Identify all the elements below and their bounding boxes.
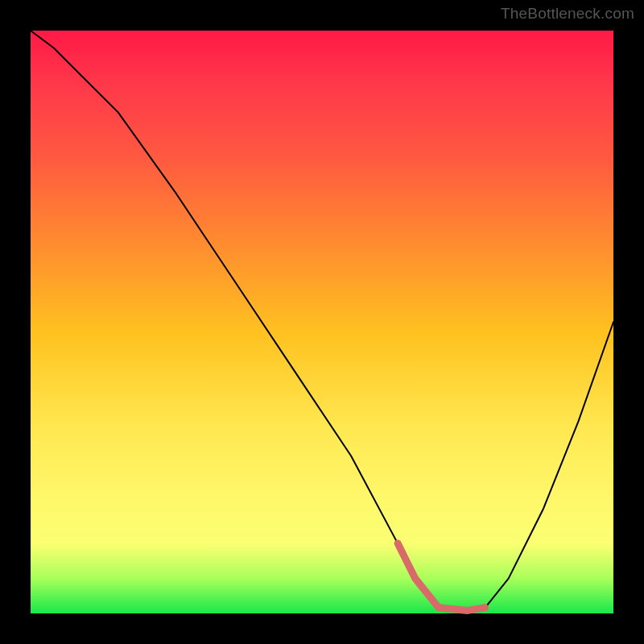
highlight-segment <box>398 543 485 610</box>
main-curve <box>31 31 613 610</box>
watermark-text: TheBottleneck.com <box>501 5 634 23</box>
curve-svg <box>31 31 613 613</box>
chart-frame: TheBottleneck.com <box>0 0 644 644</box>
plot-area <box>31 31 613 613</box>
